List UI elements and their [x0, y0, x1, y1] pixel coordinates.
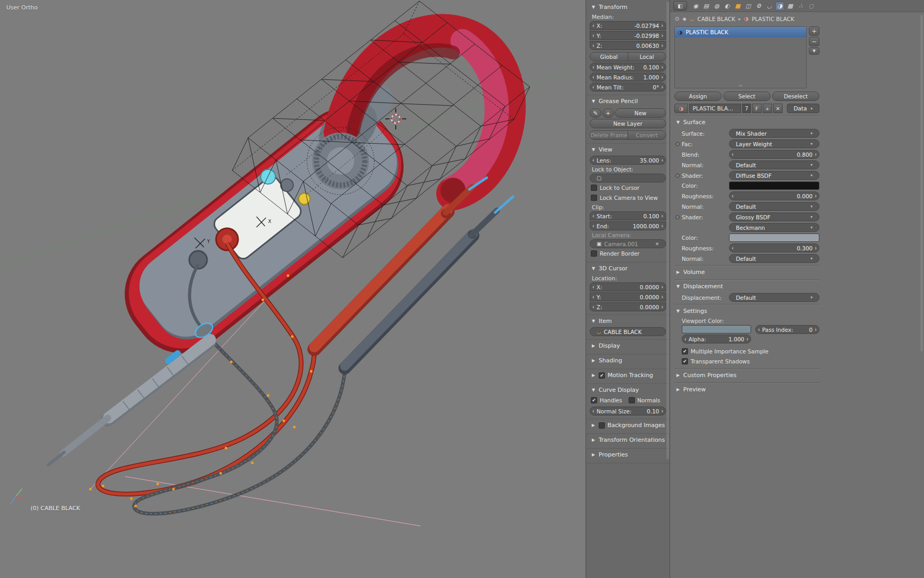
diffuse-roughness-field[interactable]: 0.000	[729, 191, 819, 200]
convert-button[interactable]: Convert	[628, 130, 666, 140]
diffuse-color-swatch[interactable]	[729, 181, 819, 190]
tab-texture[interactable]: ▩	[786, 2, 795, 11]
panel-background-images-header[interactable]: ▶ Background Images	[590, 420, 666, 430]
viewport-color-swatch[interactable]	[682, 325, 751, 333]
remove-material-slot-button[interactable]: −	[809, 37, 819, 46]
displacement-menu[interactable]: Default ▾	[729, 293, 819, 302]
tab-object-data[interactable]: ◡	[765, 2, 774, 11]
breadcrumb-object[interactable]: CABLE BLACK	[697, 16, 735, 22]
mean-tilt-field[interactable]: Mean Tilt: 0°	[590, 83, 666, 92]
tab-physics[interactable]: ◌	[807, 2, 816, 11]
panel-custom-properties-header[interactable]: ▶ Custom Properties	[674, 370, 819, 380]
fac-input-menu[interactable]: Layer Weight ▾	[729, 139, 819, 148]
median-z-field[interactable]: Z: 0.00630	[590, 41, 666, 50]
node-icon[interactable]: ◈	[682, 16, 686, 22]
editor-type-selector[interactable]: ◧	[673, 1, 687, 11]
mis-checkbox[interactable]: ✔	[682, 348, 688, 354]
glossy-color-swatch[interactable]	[729, 234, 819, 242]
normal-size-field[interactable]: Normal Size: 0.10	[590, 407, 666, 415]
cursor-y-field[interactable]: Y: 0.0000	[590, 292, 666, 301]
assign-button[interactable]: Assign	[674, 92, 722, 101]
pass-index-field[interactable]: Pass Index: 0	[755, 325, 819, 334]
browse-material-button[interactable]: ◑	[674, 104, 688, 113]
panel-item-header[interactable]: ▼ Item	[590, 316, 666, 326]
grease-add-button[interactable]: +	[602, 108, 614, 118]
diffuse-shader-menu[interactable]: Diffuse BSDF ▾	[729, 171, 819, 180]
median-x-field[interactable]: X: -0.02794	[590, 21, 666, 30]
tab-scene[interactable]: ◍	[712, 2, 721, 11]
normal-menu-1[interactable]: Default ▾	[729, 160, 819, 169]
slot-specials-button[interactable]: ▼	[809, 47, 819, 55]
distribution-menu[interactable]: Beckmann ▾	[729, 223, 819, 232]
background-images-checkbox[interactable]	[599, 422, 605, 429]
select-button[interactable]: Select	[723, 92, 771, 101]
panel-display-header[interactable]: ▶ Display	[590, 341, 666, 351]
tab-particles[interactable]: ∴	[796, 2, 805, 11]
local-camera-field[interactable]: ▣ Camera.001 ✕	[590, 239, 666, 248]
pin-icon[interactable]: ⊙	[675, 16, 679, 22]
normals-checkbox[interactable]	[629, 397, 635, 403]
delete-frame-button[interactable]: Delete Frame	[590, 130, 628, 140]
render-border-checkbox[interactable]	[591, 250, 597, 257]
normal-menu-3[interactable]: Default ▾	[729, 254, 819, 263]
panel-transform-header[interactable]: ▼ Transform	[590, 2, 666, 12]
panel-surface-header[interactable]: ▼ Surface	[674, 117, 819, 127]
glossy-roughness-field[interactable]: 0.300	[729, 244, 819, 252]
tab-modifiers[interactable]: ⚙	[754, 2, 763, 11]
blend-field[interactable]: 0.800	[729, 150, 819, 159]
cursor-z-field[interactable]: Z: 0.0000	[590, 302, 666, 311]
lock-to-object-picker[interactable]: ▢	[590, 174, 666, 182]
mean-radius-field[interactable]: Mean Radius: 1.000	[590, 73, 666, 82]
panel-curve-display-header[interactable]: ▼ Curve Display	[590, 385, 666, 395]
viewport-canvas[interactable]: X Y	[0, 0, 586, 578]
tab-render[interactable]: ◉	[691, 2, 700, 11]
lock-to-cursor-checkbox[interactable]	[591, 185, 597, 191]
panel-shading-header[interactable]: ▶ Shading	[590, 356, 666, 366]
lens-field[interactable]: Lens: 35.000	[590, 156, 666, 165]
tab-constraints[interactable]: ◫	[744, 2, 753, 11]
panel-grease-pencil-header[interactable]: ▼ Grease Pencil	[590, 96, 666, 106]
panel-preview-header[interactable]: ▶ Preview	[674, 384, 819, 394]
new-layer-button[interactable]: New Layer	[590, 119, 666, 128]
transparent-shadows-checkbox[interactable]: ✔	[682, 358, 688, 364]
alpha-field[interactable]: Alpha: 1.000	[682, 334, 751, 343]
normal-menu-2[interactable]: Default ▾	[729, 202, 819, 211]
tab-render-layers[interactable]: ▤	[702, 2, 711, 11]
object-name-field[interactable]: ◡ CABLE BLACK	[590, 327, 666, 336]
lock-camera-checkbox[interactable]	[591, 195, 597, 201]
glossy-shader-menu[interactable]: Glossy BSDF ▾	[729, 212, 819, 221]
panel-properties-header[interactable]: ▶ Properties	[590, 450, 666, 460]
local-button[interactable]: Local	[628, 52, 666, 62]
tab-material[interactable]: ◑	[775, 2, 784, 11]
median-y-field[interactable]: Y: -0.02998	[590, 31, 666, 40]
tab-object[interactable]: ■	[733, 2, 742, 11]
properties-scrollbar[interactable]	[920, 15, 923, 351]
add-material-slot-button[interactable]: +	[809, 26, 819, 36]
motion-tracking-checkbox[interactable]: ✔	[599, 372, 605, 379]
deselect-button[interactable]: Deselect	[772, 92, 819, 101]
panel-3d-cursor-header[interactable]: ▼ 3D Cursor	[590, 263, 666, 273]
material-link-menu[interactable]: Data ▾	[787, 104, 819, 113]
clip-start-field[interactable]: Start: 0.100	[590, 211, 666, 220]
unlink-material-button[interactable]: ✕	[773, 104, 783, 113]
mean-weight-field[interactable]: Mean Weight: 0.100	[590, 63, 666, 72]
surface-shader-menu[interactable]: Mix Shader ▾	[729, 129, 819, 138]
material-users-count[interactable]: 7	[742, 104, 751, 113]
panel-displacement-header[interactable]: ▼ Displacement	[674, 281, 819, 291]
grease-new-button[interactable]: New	[615, 108, 666, 118]
clear-camera-button[interactable]: ✕	[655, 241, 659, 247]
panel-volume-header[interactable]: ▶ Volume	[674, 267, 819, 277]
npanel-scrollbar[interactable]	[666, 2, 669, 459]
global-button[interactable]: Global	[590, 52, 628, 62]
3d-viewport[interactable]: X Y	[0, 0, 586, 578]
fake-user-button[interactable]: F	[752, 104, 762, 113]
panel-view-header[interactable]: ▼ View	[590, 145, 666, 155]
material-slot-item[interactable]: ◑ PLASTIC BLACK	[675, 27, 806, 37]
new-material-button[interactable]: +	[763, 104, 772, 113]
material-slot-list[interactable]: ◑ PLASTIC BLACK ≡	[674, 26, 807, 88]
clip-end-field[interactable]: End: 1000.000	[590, 221, 666, 230]
breadcrumb-material[interactable]: PLASTIC BLACK	[752, 16, 794, 22]
handles-checkbox[interactable]: ✔	[591, 397, 597, 403]
panel-transform-orientations-header[interactable]: ▶ Transform Orientations	[590, 435, 666, 445]
grease-draw-button[interactable]: ✎	[590, 108, 601, 118]
